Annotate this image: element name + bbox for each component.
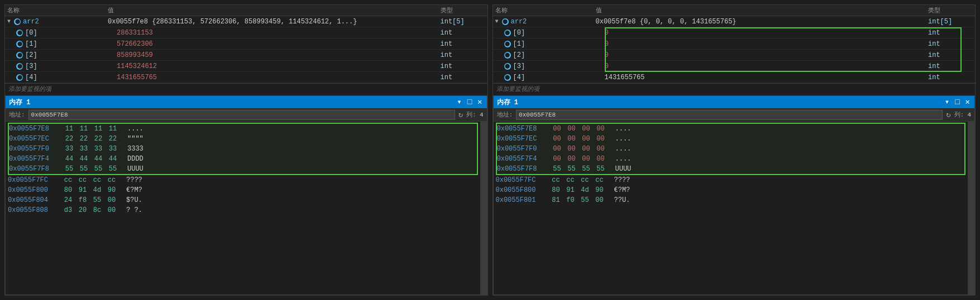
mem-bytes: 00000000 [552, 135, 606, 143]
mem-chars: .... [615, 155, 632, 163]
left-cols-label: 列: [466, 110, 476, 119]
memory-green-outline: 0x0055F7E811111111....0x0055F7EC22222222… [8, 123, 478, 175]
right-refresh-icon[interactable]: ↻ [946, 110, 950, 119]
right-watch-row-2: ⬤ [2] 0 int [493, 50, 976, 61]
left-mem-dropdown-btn[interactable]: ▾ [456, 98, 462, 106]
right-idx2-value: 0 [605, 51, 929, 59]
left-memory-window: 内存 1 ▾ □ ✕ 地址: ↻ 列: 4 0x0055F7E811111111… [5, 95, 487, 295]
left-add-watch[interactable]: 添加要监视的项 [5, 83, 487, 94]
left-mem-addr-input[interactable] [28, 110, 455, 120]
left-idx1-value: 572662306 [117, 40, 441, 48]
arr-icon-right-2: ⬤ [504, 52, 511, 59]
mem-byte: 00 [106, 196, 117, 204]
arr-icon-left-0: ⬤ [16, 30, 23, 36]
mem-chars: .... [615, 145, 632, 153]
mem-byte: 33 [78, 145, 89, 153]
mem-addr: 0x0055F7F8 [497, 165, 547, 173]
mem-byte: 00 [595, 145, 606, 153]
arr-icon-left: ⬤ [14, 18, 21, 25]
mem-byte: 55 [552, 165, 563, 173]
right-idx4-name: [4] [513, 74, 525, 81]
mem-byte: 33 [93, 145, 104, 153]
mem-addr: 0x0055F7EC [9, 135, 59, 143]
right-memory-scrollbar[interactable] [968, 122, 974, 294]
mem-byte: 00 [552, 135, 563, 143]
mem-byte: 00 [595, 125, 606, 133]
mem-chars: $?U. [126, 196, 142, 204]
mem-byte: 00 [581, 125, 592, 133]
mem-chars: UUUU [127, 165, 144, 173]
memory-row: 0x0055F808d3208c00? ?. [8, 205, 478, 215]
mem-bytes: 55555555 [64, 165, 118, 173]
mem-addr: 0x0055F800 [496, 186, 546, 194]
mem-byte: 00 [566, 145, 577, 153]
mem-addr: 0x0055F7F4 [9, 155, 59, 163]
right-mem-pin-btn[interactable]: □ [954, 98, 960, 106]
mem-addr: 0x0055F801 [496, 196, 546, 204]
memory-row: 0x0055F7F0333333333333 [9, 144, 477, 154]
mem-bytes: 24f85500 [63, 196, 117, 204]
right-mem-close-btn[interactable]: ✕ [964, 98, 971, 106]
left-mem-close-btn[interactable]: ✕ [476, 98, 483, 106]
mem-byte: 55 [92, 196, 103, 204]
mem-byte: 00 [595, 155, 606, 163]
mem-byte: 80 [63, 186, 74, 194]
left-idx1-type: int [441, 40, 485, 48]
left-refresh-icon[interactable]: ↻ [458, 110, 463, 119]
left-watch-row-arr2[interactable]: ▼ ⬤ arr2 0x0055f7e8 {286331153, 57266230… [5, 16, 487, 27]
right-idx2-name: [2] [513, 51, 525, 59]
mem-byte: cc [106, 176, 117, 184]
memory-row: 0x0055F7E800000000.... [497, 124, 965, 134]
mem-byte: 00 [595, 135, 606, 143]
left-mem-addr-label: 地址: [9, 110, 25, 119]
expand-arrow-left[interactable]: ▼ [7, 18, 11, 25]
left-idx4-type: int [441, 74, 485, 81]
mem-byte: 33 [107, 145, 118, 153]
right-idx3-name: [3] [513, 62, 525, 70]
left-idx2-value: 858993459 [117, 51, 441, 59]
left-memory-content: 0x0055F7E811111111....0x0055F7EC22222222… [6, 122, 480, 294]
mem-addr: 0x0055F7FC [8, 176, 58, 184]
mem-byte: 90 [594, 186, 605, 194]
mem-byte: 4d [580, 186, 591, 194]
right-idx0-name: [0] [513, 29, 525, 37]
right-memory-toolbar: 地址: ↻ 列: 4 [494, 108, 975, 122]
left-memory-title: 内存 1 [9, 98, 30, 107]
mem-byte: 11 [107, 125, 118, 133]
expand-arrow-right[interactable]: ▼ [495, 18, 499, 25]
left-idx4-value: 1431655765 [117, 74, 441, 81]
left-mem-pin-btn[interactable]: □ [466, 98, 473, 106]
left-idx3-name: [3] [25, 62, 37, 70]
memory-row: 0x0055F7EC00000000.... [497, 134, 965, 144]
arr-icon-left-2: ⬤ [16, 52, 23, 59]
mem-addr: 0x0055F7E8 [497, 125, 547, 133]
left-idx4-name: [4] [25, 74, 37, 81]
mem-bytes: 81f05500 [551, 196, 605, 204]
mem-bytes: 00000000 [552, 125, 606, 133]
right-watch-row-arr2[interactable]: ▼ ⬤ arr2 0x0055f7e8 {0, 0, 0, 0, 1431655… [493, 16, 976, 27]
mem-byte: 11 [93, 125, 104, 133]
left-idx3-value: 1145324612 [117, 62, 441, 70]
right-idx4-type: int [928, 74, 973, 81]
right-panel: 名称 值 类型 ▼ ⬤ arr2 0x0055f7e8 {0, 0, 0, 0,… [493, 4, 976, 296]
mem-bytes: 33333333 [64, 145, 118, 153]
mem-byte: d3 [63, 206, 74, 214]
left-memory-scrollbar[interactable] [480, 122, 487, 294]
right-idx3-value: 0 [605, 62, 929, 70]
memory-row: 0x0055F80181f05500??U. [496, 195, 966, 205]
mem-bytes: 11111111 [64, 125, 118, 133]
mem-byte: cc [565, 176, 576, 184]
right-mem-addr-input[interactable] [516, 110, 943, 120]
right-watch-row-1: ⬤ [1] 0 int [493, 38, 976, 50]
right-idx0-value: 0 [605, 29, 929, 37]
right-memory-with-scroll: 0x0055F7E800000000....0x0055F7EC00000000… [494, 122, 975, 294]
memory-row: 0x0055F7E811111111.... [9, 124, 477, 134]
left-watch-row-3: ⬤ [3] 1145324612 int [5, 61, 487, 72]
left-memory-with-scroll: 0x0055F7E811111111....0x0055F7EC22222222… [6, 122, 487, 294]
memory-row: 0x0055F7F000000000.... [497, 144, 965, 154]
mem-addr: 0x0055F800 [8, 186, 58, 194]
arr-icon-right-4: ⬤ [504, 74, 511, 81]
right-mem-dropdown-btn[interactable]: ▾ [944, 98, 950, 106]
right-add-watch[interactable]: 添加要监视的项 [493, 83, 976, 94]
mem-bytes: d3208c00 [63, 206, 117, 214]
